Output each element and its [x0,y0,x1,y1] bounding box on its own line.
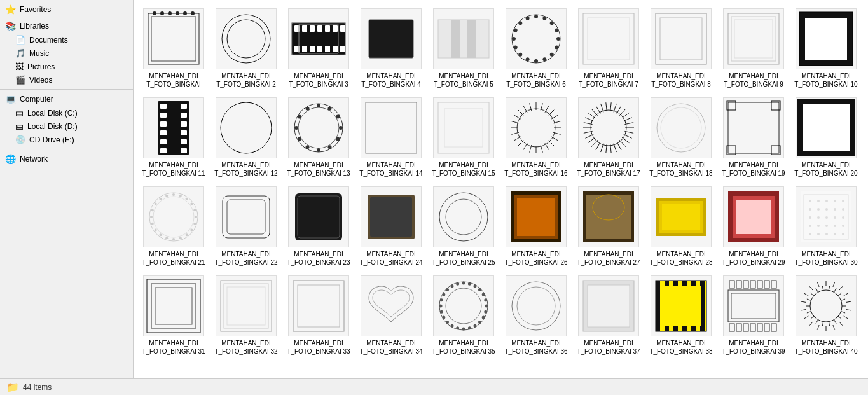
list-item[interactable]: MENTAHAN_EDI T_FOTO_BINGKAI 14 [356,94,426,181]
list-item[interactable]: MENTAHAN_EDI T_FOTO_BINGKAI 25 [429,183,499,270]
svg-line-317 [839,286,843,290]
svg-point-84 [328,107,332,111]
svg-line-319 [844,293,848,296]
list-item[interactable]: MENTAHAN_EDI T_FOTO_BINGKAI 18 [646,94,716,181]
svg-point-285 [810,290,842,322]
cd-drive-label: CD Drive (F:) [29,135,74,144]
svg-point-71 [221,102,272,153]
list-item[interactable]: MENTAHAN_EDI T_FOTO_BINGKAI [139,5,209,92]
folder-icon: 📁 [6,381,19,393]
svg-rect-1 [151,17,196,61]
thumbnail-box [216,275,277,336]
list-item[interactable]: MENTAHAN_EDI T_FOTO_BINGKAI 32 [211,272,281,359]
list-item[interactable]: MENTAHAN_EDI T_FOTO_BINGKAI 4 [356,5,426,92]
list-item[interactable]: MENTAHAN_EDI T_FOTO_BINGKAI 23 [284,183,354,270]
list-item[interactable]: MENTAHAN_EDI T_FOTO_BINGKAI 30 [791,183,861,270]
sidebar-item-computer[interactable]: 💻 Computer [0,92,133,106]
svg-point-252 [474,284,477,288]
list-item[interactable]: MENTAHAN_EDI T_FOTO_BINGKAI 24 [356,183,426,270]
svg-rect-17 [333,25,338,32]
svg-line-127 [588,137,595,142]
sidebar-item-local-disk-c[interactable]: 🖴 Local Disk (C:) [0,106,133,120]
list-item[interactable]: MENTAHAN_EDI T_FOTO_BINGKAI 27 [574,183,644,270]
file-label: MENTAHAN_EDI T_FOTO_BINGKAI 23 [287,250,350,267]
sidebar-item-local-disk-d[interactable]: 🖴 Local Disk (D:) [0,120,133,133]
svg-rect-279 [736,324,741,331]
file-label: MENTAHAN_EDI T_FOTO_BINGKAI 19 [722,161,785,177]
svg-point-199 [809,208,811,211]
svg-rect-280 [743,324,748,331]
sidebar-item-network[interactable]: 🌐 Network [0,152,133,166]
list-item[interactable]: MENTAHAN_EDI T_FOTO_BINGKAI 10 [791,5,861,92]
list-item[interactable]: MENTAHAN_EDI T_FOTO_BINGKAI 17 [574,94,644,181]
thumbnail-box [796,186,857,247]
sidebar-item-videos[interactable]: 🎬 Videos [0,73,133,87]
list-item[interactable]: MENTAHAN_EDI T_FOTO_BINGKAI 7 [574,5,644,92]
list-item[interactable]: MENTAHAN_EDI T_FOTO_BINGKAI 20 [791,94,861,181]
list-item[interactable]: MENTAHAN_EDI T_FOTO_BINGKAI 12 [211,94,281,181]
sidebar-item-pictures[interactable]: 🖼 Pictures [0,60,133,73]
svg-point-42 [514,29,518,32]
svg-rect-52 [660,18,702,60]
list-item[interactable]: MENTAHAN_EDI T_FOTO_BINGKAI 22 [211,183,281,270]
list-item[interactable]: MENTAHAN_EDI T_FOTO_BINGKAI 26 [501,183,571,270]
network-label: Network [20,155,48,163]
svg-point-233 [484,310,487,314]
file-label: MENTAHAN_EDI T_FOTO_BINGKAI 27 [577,250,640,267]
list-item[interactable]: MENTAHAN_EDI T_FOTO_BINGKAI 39 [719,272,789,359]
svg-line-308 [810,293,813,295]
music-label: Music [29,49,49,58]
file-label: MENTAHAN_EDI T_FOTO_BINGKAI 8 [649,72,713,88]
svg-rect-273 [743,281,748,288]
pictures-icon: 🖼 [15,62,24,71]
list-item[interactable]: MENTAHAN_EDI T_FOTO_BINGKAI 16 [501,94,571,181]
sidebar-item-favorites[interactable]: ⭐ Favorites [0,3,133,17]
svg-rect-272 [736,281,741,288]
list-item[interactable]: MENTAHAN_EDI T_FOTO_BINGKAI 40 [791,272,861,359]
svg-rect-25 [340,46,345,52]
svg-point-146 [661,107,701,148]
list-item[interactable]: MENTAHAN_EDI T_FOTO_BINGKAI 21 [139,183,209,270]
list-item[interactable]: MENTAHAN_EDI T_FOTO_BINGKAI 35 [429,272,499,359]
thumbnail-box [216,97,277,158]
list-item[interactable]: MENTAHAN_EDI T_FOTO_BINGKAI 36 [501,272,571,359]
thumbnail-box [651,186,712,247]
list-item[interactable]: MENTAHAN_EDI T_FOTO_BINGKAI 13 [284,94,354,181]
svg-point-74 [339,126,343,130]
list-item[interactable]: MENTAHAN_EDI T_FOTO_BINGKAI 28 [646,183,716,270]
thumbnail-box [796,275,857,336]
list-item[interactable]: MENTAHAN_EDI T_FOTO_BINGKAI 9 [719,5,789,92]
list-item[interactable]: MENTAHAN_EDI T_FOTO_BINGKAI 11 [139,94,209,181]
list-item[interactable]: MENTAHAN_EDI T_FOTO_BINGKAI 15 [429,94,499,181]
svg-line-287 [846,310,851,310]
list-item[interactable]: MENTAHAN_EDI T_FOTO_BINGKAI 37 [574,272,644,359]
file-label: MENTAHAN_EDI T_FOTO_BINGKAI 21 [142,250,205,267]
file-label: MENTAHAN_EDI T_FOTO_BINGKAI 30 [794,250,858,267]
list-item[interactable]: MENTAHAN_EDI T_FOTO_BINGKAI 19 [719,94,789,181]
svg-rect-267 [700,281,705,331]
svg-line-321 [846,301,851,302]
sidebar-item-documents[interactable]: 📄 Documents [0,33,133,46]
svg-point-205 [817,216,820,219]
svg-point-81 [298,115,301,119]
list-item[interactable]: MENTAHAN_EDI T_FOTO_BINGKAI 38 [646,272,716,359]
svg-line-318 [838,293,841,295]
list-item[interactable]: MENTAHAN_EDI T_FOTO_BINGKAI 29 [719,183,789,270]
list-item[interactable]: MENTAHAN_EDI T_FOTO_BINGKAI 8 [646,5,716,92]
sidebar-item-cd-drive[interactable]: 💿 CD Drive (F:) [0,133,133,146]
list-item[interactable]: MENTAHAN_EDI T_FOTO_BINGKAI 2 [211,5,281,92]
sidebar-item-music[interactable]: 🎵 Music [0,46,133,60]
list-item[interactable]: MENTAHAN_EDI T_FOTO_BINGKAI 34 [356,272,426,359]
local-disk-d-label: Local Disk (D:) [27,122,78,131]
list-item[interactable]: MENTAHAN_EDI T_FOTO_BINGKAI 31 [139,272,209,359]
svg-rect-65 [181,104,187,109]
svg-rect-66 [181,113,187,118]
network-icon: 🌐 [5,154,16,164]
svg-point-212 [825,233,828,235]
svg-point-48 [555,29,558,32]
list-item[interactable]: MENTAHAN_EDI T_FOTO_BINGKAI 5 [429,5,499,92]
list-item[interactable]: MENTAHAN_EDI T_FOTO_BINGKAI 6 [501,5,571,92]
list-item[interactable]: MENTAHAN_EDI T_FOTO_BINGKAI 33 [284,272,354,359]
sidebar-item-libraries[interactable]: 📚 Libraries [0,19,133,33]
list-item[interactable]: MENTAHAN_EDI T_FOTO_BINGKAI 3 [284,5,354,92]
